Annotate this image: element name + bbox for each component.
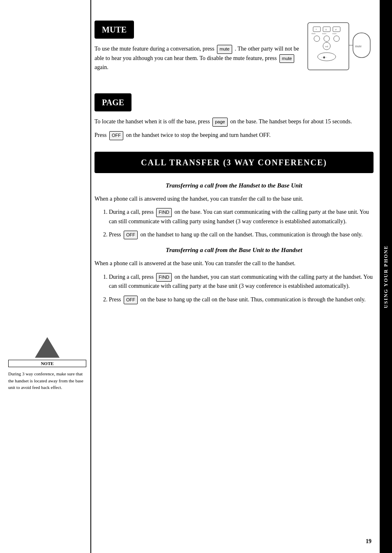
mute-button-ref2: mute — [279, 54, 294, 63]
svg-text:< ⬤ >: < ⬤ > — [321, 56, 327, 59]
svg-text:mute: mute — [332, 32, 337, 35]
sub1-body: When a phone call is answered using the … — [95, 194, 374, 204]
svg-point-11 — [324, 36, 330, 42]
svg-text:vol: vol — [325, 45, 328, 48]
page-number: 19 — [366, 538, 371, 545]
handset-button-ref1: FIND — [156, 273, 172, 282]
off-button-ref2: OFF — [124, 231, 138, 240]
svg-point-10 — [314, 36, 320, 42]
mute-header: MUTE — [95, 21, 134, 39]
svg-point-12 — [334, 36, 339, 42]
phone-illustration: * 0 # flash mem mute vol < ⬤ > — [306, 21, 374, 77]
page-section: PAGE To locate the handset when it is of… — [95, 93, 374, 140]
sidebar-text: USING YOUR PHONE — [383, 245, 389, 308]
svg-rect-1 — [313, 27, 321, 32]
sub1-list: During a call, press FIND on the base. Y… — [103, 208, 374, 240]
note-label: NOTE — [8, 360, 86, 367]
page-body3: Press OFF on the handset twice to stop t… — [95, 131, 374, 140]
list-item: During a call, press FIND on the base. Y… — [109, 208, 374, 226]
note-area: NOTE During 3 way conference, make sure … — [8, 337, 86, 391]
call-transfer-section: CALL TRANSFER (3 WAY CONFERENCE) Transfe… — [95, 152, 374, 305]
svg-text:#: # — [335, 28, 337, 31]
note-triangle-icon — [35, 337, 60, 358]
svg-text:flash: flash — [311, 32, 316, 35]
left-border-line — [90, 0, 91, 553]
sub2-heading: Transferring a call from the Base Unit t… — [95, 245, 374, 255]
svg-text:*: * — [316, 28, 317, 31]
list-item: Press OFF on the base to hang up the cal… — [109, 295, 374, 305]
call-transfer-header: CALL TRANSFER (3 WAY CONFERENCE) — [95, 152, 374, 173]
off-button-ref: OFF — [109, 131, 123, 140]
sub2-body: When a phone call is answered at the bas… — [95, 259, 374, 268]
off-button-ref3: OFF — [124, 296, 138, 305]
sub2-list: During a call, press FIND on the handset… — [103, 273, 374, 305]
svg-text:mem: mem — [322, 32, 326, 35]
page-body1: To locate the handset when it is off the… — [95, 117, 374, 127]
page-button-ref: page — [212, 118, 227, 127]
note-text: During 3 way conference, make sure that … — [8, 370, 86, 391]
svg-rect-0 — [308, 23, 349, 70]
sidebar: USING YOUR PHONE — [380, 0, 392, 553]
base-button-ref1: FIND — [156, 208, 172, 217]
mute-section: MUTE * 0 # flash mem mute — [95, 21, 374, 82]
list-item: Press OFF on the handset to hang up the … — [109, 230, 374, 240]
svg-text:0: 0 — [325, 28, 327, 31]
svg-rect-2 — [323, 27, 330, 32]
mute-button-ref: mute — [217, 45, 232, 54]
list-item: During a call, press FIND on the handset… — [109, 273, 374, 291]
sub1-heading: Transferring a call from the Handset to … — [95, 180, 374, 190]
svg-rect-3 — [333, 27, 340, 32]
svg-text:mute: mute — [355, 44, 362, 48]
page-header: PAGE — [95, 93, 131, 111]
